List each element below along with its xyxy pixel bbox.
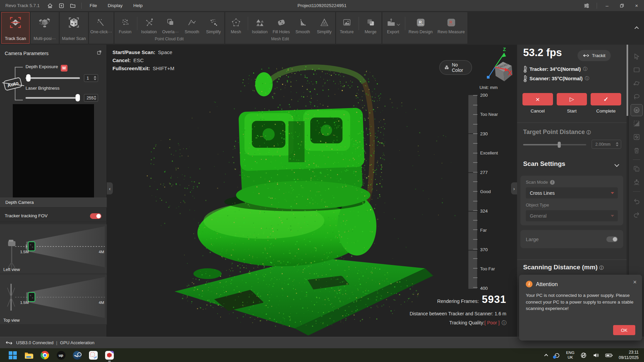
ribbon-tab-multi-position[interactable]: Multi-posi···	[31, 12, 59, 44]
volume-icon[interactable]	[593, 352, 599, 359]
revo-app-button[interactable]	[105, 351, 114, 360]
scan-mode-select[interactable]: Cross Lines	[526, 187, 618, 198]
info-icon: i	[550, 180, 555, 185]
ribbon-revo-design-button[interactable]: Revo Design	[406, 12, 435, 35]
menu-help[interactable]: Help	[128, 0, 148, 11]
laser-brightness-slider-handle[interactable]	[76, 94, 80, 101]
ribbon-pc-smooth-button[interactable]: Smooth	[181, 12, 203, 35]
object-type-select[interactable]: General	[526, 210, 618, 221]
laser-brightness-slider[interactable]	[26, 97, 80, 99]
language-indicator[interactable]: ENGUK	[566, 351, 574, 360]
merge-icon	[366, 18, 375, 27]
update-sync-icon[interactable]	[554, 352, 560, 359]
delete-selection-tool[interactable]	[631, 145, 642, 156]
tracker-fov-toggle[interactable]	[90, 213, 101, 219]
ribbon-collapse-button[interactable]	[631, 12, 643, 44]
laser-brightness-input[interactable]: 255	[84, 94, 98, 102]
sphere-select-tool[interactable]	[631, 104, 642, 116]
open-project-icon[interactable]	[67, 0, 79, 11]
collapse-left-panel-button[interactable]: ‹	[107, 182, 113, 194]
top-view-caption: Top view	[3, 318, 20, 323]
depth-exposure-slider[interactable]	[26, 77, 80, 79]
select-cursor-tool[interactable]	[631, 51, 642, 62]
ribbon-mesh-isolation-button[interactable]: Isolation	[249, 12, 271, 35]
trackit-button[interactable]: Trackit	[578, 50, 611, 61]
target-point-distance-input[interactable]: 2.00mm	[592, 140, 621, 149]
new-project-icon[interactable]	[56, 0, 67, 11]
polygon-select-tool[interactable]	[631, 78, 642, 89]
scan-3d-viewport[interactable]: Start/Pause Scan:Space Cancel:ESC Fullsc…	[107, 45, 517, 337]
brush-tool[interactable]	[631, 177, 642, 188]
ribbon-section-export-apps: Export Revo Design Revo Measure	[382, 12, 467, 44]
popout-icon[interactable]	[97, 50, 102, 56]
ribbon-revo-measure-button[interactable]: Revo Measure	[435, 12, 467, 35]
ribbon-pc-simplify-button[interactable]: Simplify	[203, 12, 224, 35]
no-color-button[interactable]: No Color	[439, 60, 472, 75]
start-scan-button[interactable]: ▷	[557, 93, 587, 105]
menu-display[interactable]: Display	[102, 0, 128, 11]
thermometer-icon	[523, 75, 527, 82]
upwork-button[interactable]: up	[56, 351, 65, 360]
network-globe-icon[interactable]	[580, 352, 587, 359]
battery-icon[interactable]	[605, 353, 613, 358]
export-dropdown-icon[interactable]	[397, 22, 400, 26]
attention-info-icon: i	[526, 281, 533, 287]
attention-dialog: i Attention × Your PC is not connected t…	[519, 275, 642, 341]
ribbon-texture-button[interactable]: Texture	[336, 12, 358, 35]
ribbon-export-button[interactable]: Export	[382, 12, 404, 35]
tray-overflow-icon[interactable]	[544, 354, 548, 357]
large-toggle[interactable]	[606, 236, 618, 242]
start-button[interactable]	[8, 351, 17, 360]
depth-exposure-input[interactable]: 1	[84, 74, 98, 82]
undo-button[interactable]	[631, 195, 642, 207]
steam-button[interactable]	[73, 351, 82, 360]
close-button[interactable]: ×	[629, 0, 644, 11]
info-icon[interactable]: ⓘ	[585, 76, 589, 82]
ribbon-fill-holes-button[interactable]: Fill Holes	[271, 12, 292, 35]
ribbon-tab-marker-scan[interactable]: Marker Scan	[60, 12, 88, 44]
ribbon-mesh-smooth-button[interactable]: Smooth	[292, 12, 314, 35]
snipping-tool-button[interactable]	[89, 351, 98, 360]
ribbon-overlap-button[interactable]: Overla···	[160, 12, 181, 35]
info-icon[interactable]: ⓘ	[583, 66, 587, 72]
scrollbar-thumb[interactable]	[627, 45, 628, 116]
redo-button[interactable]	[631, 209, 642, 220]
ribbon-section-one-click: One-click···	[89, 12, 113, 44]
target-point-distance-slider[interactable]	[523, 144, 586, 145]
ribbon-mesh-button[interactable]: Mesh	[225, 12, 247, 35]
complete-scan-button[interactable]: ✓	[591, 93, 621, 105]
menu-file[interactable]: File	[84, 0, 102, 11]
restore-button[interactable]	[614, 0, 629, 11]
info-icon[interactable]: ⓘ	[502, 320, 506, 325]
invert-selection-tool[interactable]	[631, 118, 642, 129]
lasso-select-tool[interactable]	[631, 91, 642, 102]
preferences-icon[interactable]	[579, 0, 594, 11]
chrome-button[interactable]	[40, 351, 49, 360]
dialog-ok-button[interactable]: OK	[613, 325, 635, 335]
texture-icon	[342, 18, 352, 27]
view-cube-gizmo[interactable]: Z FRONT X	[482, 46, 517, 83]
deselect-tool[interactable]	[631, 131, 642, 143]
clock[interactable]: 23:1109/11/2025	[619, 350, 639, 360]
target-point-distance-slider-handle[interactable]	[558, 142, 561, 148]
duplicate-tool[interactable]	[631, 163, 642, 175]
stepper-arrows-icon[interactable]	[94, 76, 96, 80]
ribbon-one-click-button[interactable]: One-click···	[89, 12, 113, 35]
minimize-button[interactable]: –	[600, 0, 614, 11]
stepper-arrows-icon[interactable]	[94, 96, 96, 100]
ribbon-mesh-simplify-button[interactable]: Simplify	[314, 12, 335, 35]
depth-exposure-slider-handle[interactable]	[26, 74, 31, 82]
ribbon-tab-track-scan[interactable]: Track Scan	[1, 12, 30, 44]
home-icon[interactable]	[44, 0, 56, 11]
ribbon-merge-button[interactable]: Merge	[360, 12, 381, 35]
cancel-scan-button[interactable]: ×	[522, 93, 553, 105]
rectangle-select-tool[interactable]	[631, 64, 642, 76]
dialog-close-icon[interactable]: ×	[633, 279, 637, 286]
file-explorer-button[interactable]	[24, 351, 33, 360]
collapse-right-panel-button[interactable]: ›	[511, 182, 517, 194]
ribbon-fusion-button[interactable]: Fusion	[114, 12, 136, 35]
ribbon-pc-isolation-button[interactable]: Isolation	[138, 12, 160, 35]
ribbon-section-point-cloud-edit: Fusion Isolation Overla··· Smooth Simpli…	[114, 12, 224, 44]
stepper-arrows-icon[interactable]	[616, 142, 618, 146]
chevron-down-icon[interactable]	[614, 162, 619, 167]
